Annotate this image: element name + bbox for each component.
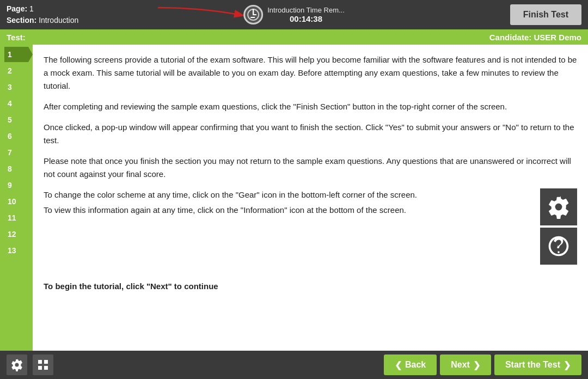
nav-item-4[interactable]: 4: [4, 96, 28, 111]
nav-item-3[interactable]: 3: [4, 80, 28, 95]
nav-item-8[interactable]: 8: [4, 161, 28, 176]
page-number: 1: [29, 4, 34, 13]
content-para4: Please note that once you finish the sec…: [44, 155, 577, 181]
grid-icon: [36, 358, 50, 371]
question-nav: 1 2 3 4 5 6 7 8 9 10 11 12 13: [0, 45, 33, 351]
bottom-icons: [7, 354, 53, 375]
timer-icon: [243, 5, 263, 25]
question-icon: [547, 234, 571, 258]
icons-column: [540, 188, 577, 267]
next-button[interactable]: Next: [440, 354, 491, 375]
nav-item-11[interactable]: 11: [4, 210, 28, 225]
timer-title: Introduction Time Rem...: [267, 6, 345, 14]
gear-text: To change the color scheme at any time, …: [44, 188, 531, 201]
candidate-info: Candidate: USER Demo: [489, 33, 581, 42]
test-label: Test:: [7, 33, 26, 42]
candidate-label: Candidate:: [489, 33, 532, 42]
nav-item-6[interactable]: 6: [4, 129, 28, 144]
next-chevron-icon: [473, 360, 480, 370]
finish-test-button[interactable]: Finish Test: [510, 4, 581, 25]
candidate-name: USER Demo: [534, 33, 581, 42]
timer-value: 00:14:38: [267, 14, 345, 23]
gear-icon: [547, 195, 571, 219]
timer-area: Introduction Time Rem... 00:14:38: [243, 5, 345, 25]
section-name: Introduction: [39, 16, 78, 25]
content-area: The following screens provide a tutorial…: [33, 45, 588, 351]
info-icon-box: [540, 228, 577, 265]
nav-item-10[interactable]: 10: [4, 194, 28, 209]
start-test-button[interactable]: Start the Test: [494, 354, 581, 375]
red-arrow-indicator: [158, 4, 245, 26]
page-label: Page:: [7, 4, 27, 13]
nav-buttons: Back Next Start the Test: [384, 354, 581, 375]
nav-item-1[interactable]: 1: [4, 47, 28, 62]
timer-text: Introduction Time Rem... 00:14:38: [267, 6, 345, 23]
page-section-info: Page: 1 Section: Introduction: [7, 3, 78, 26]
gear-icon-box: [540, 188, 577, 225]
section-label: Section:: [7, 16, 36, 25]
settings-button[interactable]: [7, 354, 27, 375]
nav-item-7[interactable]: 7: [4, 145, 28, 160]
content-para1: The following screens provide a tutorial…: [44, 53, 577, 93]
content-para3: Once clicked, a pop-up window will appea…: [44, 121, 577, 147]
back-chevron-icon: [395, 360, 402, 370]
back-button[interactable]: Back: [384, 354, 437, 375]
final-instruction: To begin the tutorial, click "Next" to c…: [44, 280, 577, 293]
nav-item-12[interactable]: 12: [4, 227, 28, 242]
nav-item-13[interactable]: 13: [4, 243, 28, 258]
next-label: Next: [451, 360, 470, 370]
grid-button[interactable]: [33, 354, 53, 375]
status-bar: Test: Candidate: USER Demo: [0, 29, 588, 45]
nav-item-9[interactable]: 9: [4, 178, 28, 193]
bottom-bar: Back Next Start the Test: [0, 351, 588, 379]
content-para2: After completing and reviewing the sampl…: [44, 100, 577, 113]
back-label: Back: [405, 360, 426, 370]
main-area: 1 2 3 4 5 6 7 8 9 10 11 12 13 The follow…: [0, 45, 588, 351]
info-text: To view this information again at any ti…: [44, 204, 531, 217]
header: Page: 1 Section: Introduction Introducti…: [0, 0, 588, 29]
start-label: Start the Test: [505, 360, 560, 370]
nav-item-2[interactable]: 2: [4, 63, 28, 78]
nav-item-5[interactable]: 5: [4, 112, 28, 127]
gear-icon: [10, 358, 23, 371]
start-chevron-icon: [564, 360, 571, 370]
